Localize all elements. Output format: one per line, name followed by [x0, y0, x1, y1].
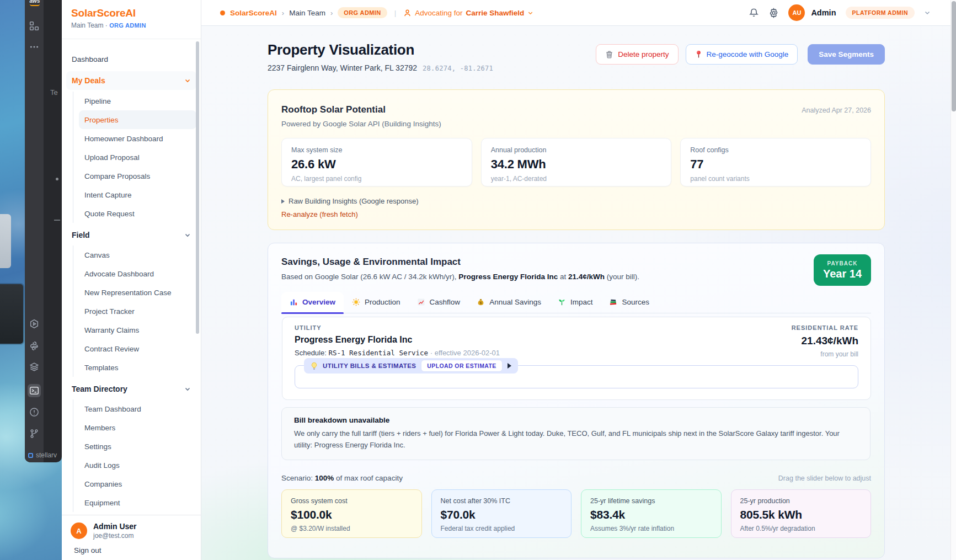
app-logo[interactable]: SolarScoreAI [71, 7, 201, 19]
rate-value: 21.43¢/kWh [792, 335, 858, 347]
delete-property-button[interactable]: Delete property [596, 44, 678, 65]
sidebar-item-advocate-dashboard[interactable]: Advocate Dashboard [79, 264, 196, 283]
sidebar-item-new-representation-case[interactable]: New Representation Case [79, 283, 196, 302]
savings-subtitle: Based on Google Solar (26.6 kW AC / 34.2… [281, 273, 871, 281]
utility-bills-dropzone[interactable]: UTILITY BILLS & ESTIMATES UPLOAD OR ESTI… [295, 365, 858, 388]
layers-icon[interactable] [29, 362, 39, 372]
sidebar-item-companies[interactable]: Companies [79, 474, 196, 493]
reanalyze-link[interactable]: Re-analyze (fresh fetch) [281, 210, 871, 218]
sidebar-item-team-dashboard[interactable]: Team Dashboard [79, 399, 196, 418]
main-area: SolarScoreAI › Main Team › ORG ADMIN | A… [201, 0, 956, 560]
chevron-down-icon[interactable] [924, 9, 931, 16]
breadcrumb-team[interactable]: Main Team [289, 9, 325, 17]
tab-sources[interactable]: Sources [601, 292, 658, 313]
platform-admin-badge: PLATFORM ADMIN [846, 7, 915, 19]
sidebar-item-properties[interactable]: Properties [79, 110, 196, 129]
sidebar-section-my-deals[interactable]: My Deals [66, 71, 196, 90]
python-icon[interactable] [29, 341, 39, 351]
grid-icon[interactable] [29, 21, 39, 31]
money-bag-icon: $ [477, 298, 485, 306]
sun-icon [352, 298, 360, 306]
topbar-user-name: Admin [811, 8, 836, 17]
sidebar-item-intent-capture[interactable]: Intent Capture [79, 185, 196, 204]
wallpaper-monitor [0, 284, 23, 344]
page-scrollbar[interactable] [950, 0, 956, 560]
more-icon[interactable] [29, 42, 39, 52]
bill-breakdown-body: We only carry the full tariff (tiers + r… [294, 428, 840, 451]
gear-icon[interactable] [768, 8, 779, 18]
tab-annual-savings[interactable]: $ Annual Savings [468, 292, 549, 313]
disclosure-arrow-icon [281, 199, 285, 204]
save-segments-button[interactable]: Save Segments [808, 44, 885, 65]
status-bar-item[interactable]: stellarv [28, 451, 61, 459]
play-hexagon-icon[interactable] [29, 319, 39, 329]
chevron-down-icon [527, 10, 533, 16]
bulb-icon [311, 362, 318, 370]
sidebar-team-line: Main Team · ORG ADMIN [71, 22, 201, 29]
team-subnav: Team Dashboard Members Settings Audit Lo… [73, 399, 196, 512]
utility-panel: UTILITY Progress Energy Florida Inc Sche… [282, 317, 871, 400]
git-branch-icon[interactable] [29, 429, 39, 439]
advocating-selector[interactable]: Advocating for Carrie Shawfield [403, 9, 533, 17]
sidebar-item-quote-request[interactable]: Quote Request [79, 204, 196, 223]
stat-roof-configs: Roof configs 77 panel count variants [680, 138, 871, 186]
savings-stat-cards: Gross system cost $100.0k @ $3.20/W inst… [281, 489, 871, 538]
sidebar-scrollbar[interactable] [196, 41, 199, 334]
rooftop-analyzed-date: Analyzed Apr 27, 2026 [802, 106, 871, 114]
sidebar-item-dashboard[interactable]: Dashboard [66, 50, 196, 68]
breadcrumb-app[interactable]: SolarScoreAI [230, 9, 277, 17]
tab-production[interactable]: Production [344, 292, 409, 313]
upload-or-estimate-button[interactable]: UPLOAD OR ESTIMATE [421, 360, 502, 372]
regeocode-button[interactable]: Re-geocode with Google [686, 44, 798, 65]
checkbox-icon [28, 453, 33, 458]
avatar[interactable]: AU [788, 4, 805, 21]
chevron-down-icon [184, 386, 191, 392]
tab-impact[interactable]: Impact [549, 292, 601, 313]
warning-icon[interactable] [29, 407, 39, 417]
payback-badge: PAYBACK Year 14 [814, 254, 871, 286]
bell-icon[interactable] [749, 8, 759, 18]
editor-dot [56, 178, 58, 180]
rate-label: RESIDENTIAL RATE [792, 324, 858, 331]
sidebar-item-settings[interactable]: Settings [79, 437, 196, 456]
trash-icon [605, 50, 613, 58]
utility-name: Progress Energy Florida Inc [295, 335, 500, 345]
books-icon [609, 298, 617, 306]
scrollbar-thumb[interactable] [952, 1, 956, 111]
sidebar-item-compare-proposals[interactable]: Compare Proposals [79, 167, 196, 185]
utility-schedule: Schedule: RS-1 Residential Service · eff… [295, 349, 500, 357]
breadcrumb-divider: | [394, 9, 397, 17]
sidebar-item-equipment[interactable]: Equipment [79, 493, 196, 512]
sidebar-item-members[interactable]: Members [79, 418, 196, 437]
sidebar-item-upload-proposal[interactable]: Upload Proposal [79, 148, 196, 167]
sidebar-item-canvas[interactable]: Canvas [79, 246, 196, 264]
tab-overview[interactable]: Overview [281, 292, 344, 313]
card-25yr-production: 25-yr production 805.5k kWh After 0.5%/y… [731, 489, 872, 538]
user-name: Admin User [93, 522, 137, 531]
sidebar-item-templates[interactable]: Templates [79, 358, 196, 377]
avatar[interactable]: A [71, 522, 87, 539]
utility-bills-pill: UTILITY BILLS & ESTIMATES UPLOAD OR ESTI… [304, 358, 518, 374]
field-subnav: Canvas Advocate Dashboard New Representa… [73, 246, 196, 377]
seedling-icon [558, 298, 566, 306]
sidebar-item-homeowner-dashboard[interactable]: Homeowner Dashboard [79, 129, 196, 148]
activity-bar: aws [25, 0, 44, 462]
breadcrumb-separator: › [282, 9, 284, 17]
sign-out-link[interactable]: Sign out [71, 546, 201, 554]
sidebar-item-contract-review[interactable]: Contract Review [79, 339, 196, 358]
raw-insights-toggle[interactable]: Raw Building Insights (Google response) [281, 197, 871, 205]
sidebar-item-project-tracker[interactable]: Project Tracker [79, 302, 196, 321]
property-address: 2237 Fairglenn Way, Winter Park, FL 3279… [268, 63, 417, 72]
aws-logo-icon[interactable]: aws [28, 0, 41, 7]
card-net-cost: Net cost after 30% ITC $70.0k Federal ta… [431, 489, 572, 538]
chevron-down-icon [184, 232, 191, 238]
sidebar-section-team-directory[interactable]: Team Directory [66, 380, 196, 398]
tab-cashflow[interactable]: Cashflow [409, 292, 469, 313]
terminal-icon[interactable] [28, 384, 41, 397]
sidebar-item-warranty-claims[interactable]: Warranty Claims [79, 321, 196, 339]
scenario-label: Scenario: 100% of max roof capacity [281, 474, 403, 482]
sidebar-section-field[interactable]: Field [66, 226, 196, 244]
sidebar-item-audit-logs[interactable]: Audit Logs [79, 456, 196, 474]
sidebar-item-pipeline[interactable]: Pipeline [79, 92, 196, 110]
expand-arrow-icon[interactable] [508, 363, 511, 369]
